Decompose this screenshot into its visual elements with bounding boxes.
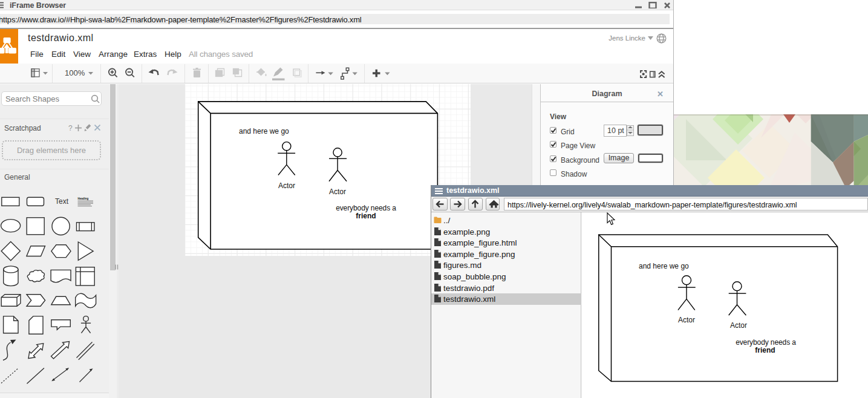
svg-text:Text: Text bbox=[55, 197, 69, 206]
svg-text:Heading: Heading bbox=[78, 197, 89, 200]
